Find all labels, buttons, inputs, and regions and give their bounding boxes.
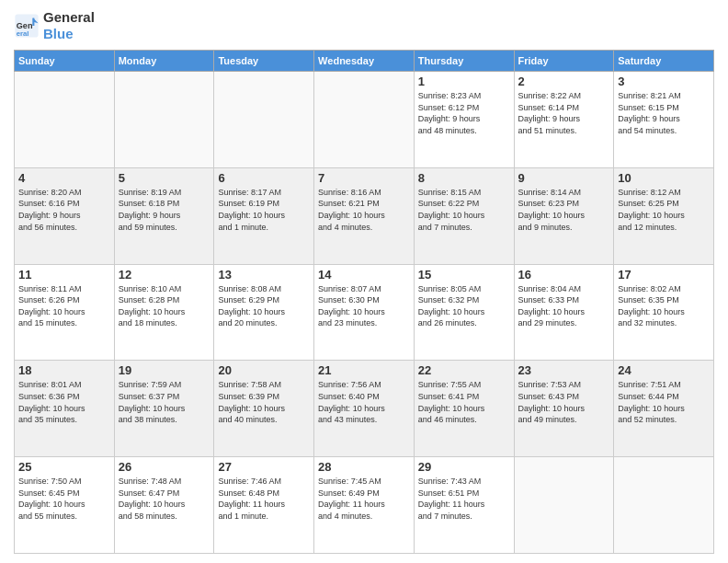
- svg-text:eral: eral: [17, 29, 29, 38]
- day-number: 18: [18, 363, 110, 377]
- day-number: 16: [518, 268, 610, 282]
- day-info: Sunrise: 8:14 AM Sunset: 6:23 PM Dayligh…: [518, 187, 610, 233]
- svg-rect-4: [32, 18, 34, 26]
- day-cell: 6Sunrise: 8:17 AM Sunset: 6:19 PM Daylig…: [214, 167, 314, 264]
- day-info: Sunrise: 8:10 AM Sunset: 6:28 PM Dayligh…: [119, 283, 210, 329]
- day-number: 27: [218, 460, 310, 474]
- week-row-2: 4Sunrise: 8:20 AM Sunset: 6:16 PM Daylig…: [15, 167, 714, 264]
- weekday-header-wednesday: Wednesday: [314, 51, 415, 72]
- day-number: 8: [418, 171, 510, 185]
- day-info: Sunrise: 7:43 AM Sunset: 6:51 PM Dayligh…: [418, 476, 510, 522]
- day-cell: 16Sunrise: 8:04 AM Sunset: 6:33 PM Dayli…: [514, 264, 614, 361]
- day-number: 25: [18, 460, 110, 474]
- header-row: SundayMondayTuesdayWednesdayThursdayFrid…: [15, 51, 714, 72]
- logo: Gen eral General Blue: [14, 9, 95, 42]
- day-info: Sunrise: 8:21 AM Sunset: 6:15 PM Dayligh…: [618, 90, 710, 136]
- day-cell: 11Sunrise: 8:11 AM Sunset: 6:26 PM Dayli…: [15, 264, 115, 361]
- week-row-3: 11Sunrise: 8:11 AM Sunset: 6:26 PM Dayli…: [15, 264, 714, 361]
- day-info: Sunrise: 8:05 AM Sunset: 6:32 PM Dayligh…: [418, 283, 510, 329]
- logo-icon: Gen eral: [14, 13, 40, 39]
- day-cell: 2Sunrise: 8:22 AM Sunset: 6:14 PM Daylig…: [514, 72, 614, 168]
- day-info: Sunrise: 7:46 AM Sunset: 6:48 PM Dayligh…: [218, 476, 310, 522]
- day-info: Sunrise: 7:56 AM Sunset: 6:40 PM Dayligh…: [318, 379, 410, 425]
- day-info: Sunrise: 7:59 AM Sunset: 6:37 PM Dayligh…: [119, 379, 210, 425]
- day-cell: 23Sunrise: 7:53 AM Sunset: 6:43 PM Dayli…: [514, 361, 614, 457]
- weekday-header-friday: Friday: [514, 51, 614, 72]
- day-info: Sunrise: 8:16 AM Sunset: 6:21 PM Dayligh…: [318, 187, 410, 233]
- day-number: 2: [518, 75, 610, 88]
- day-info: Sunrise: 8:01 AM Sunset: 6:36 PM Dayligh…: [18, 379, 110, 425]
- day-cell: 17Sunrise: 8:02 AM Sunset: 6:35 PM Dayli…: [614, 264, 714, 361]
- day-cell: 15Sunrise: 8:05 AM Sunset: 6:32 PM Dayli…: [414, 264, 514, 361]
- day-info: Sunrise: 8:11 AM Sunset: 6:26 PM Dayligh…: [18, 283, 110, 329]
- weekday-header-saturday: Saturday: [614, 51, 714, 72]
- day-cell: [15, 72, 115, 168]
- day-cell: 20Sunrise: 7:58 AM Sunset: 6:39 PM Dayli…: [214, 361, 314, 457]
- day-number: 20: [218, 363, 310, 377]
- day-cell: 14Sunrise: 8:07 AM Sunset: 6:30 PM Dayli…: [314, 264, 415, 361]
- day-cell: 4Sunrise: 8:20 AM Sunset: 6:16 PM Daylig…: [15, 167, 115, 264]
- day-info: Sunrise: 8:12 AM Sunset: 6:25 PM Dayligh…: [618, 187, 710, 233]
- day-cell: 7Sunrise: 8:16 AM Sunset: 6:21 PM Daylig…: [314, 167, 415, 264]
- day-cell: 18Sunrise: 8:01 AM Sunset: 6:36 PM Dayli…: [15, 361, 115, 457]
- header: Gen eral General Blue: [14, 9, 714, 42]
- logo-text: General Blue: [43, 9, 95, 42]
- day-cell: 5Sunrise: 8:19 AM Sunset: 6:18 PM Daylig…: [114, 167, 214, 264]
- day-number: 5: [119, 171, 210, 185]
- day-cell: 25Sunrise: 7:50 AM Sunset: 6:45 PM Dayli…: [15, 457, 115, 554]
- day-info: Sunrise: 7:51 AM Sunset: 6:44 PM Dayligh…: [618, 379, 710, 425]
- day-cell: 26Sunrise: 7:48 AM Sunset: 6:47 PM Dayli…: [114, 457, 214, 554]
- day-number: 6: [218, 171, 310, 185]
- day-info: Sunrise: 8:17 AM Sunset: 6:19 PM Dayligh…: [218, 187, 310, 233]
- weekday-header-monday: Monday: [114, 51, 214, 72]
- day-cell: 27Sunrise: 7:46 AM Sunset: 6:48 PM Dayli…: [214, 457, 314, 554]
- calendar-table: SundayMondayTuesdayWednesdayThursdayFrid…: [14, 50, 714, 554]
- day-number: 11: [18, 268, 110, 282]
- weekday-header-sunday: Sunday: [15, 51, 115, 72]
- day-info: Sunrise: 8:08 AM Sunset: 6:29 PM Dayligh…: [218, 283, 310, 329]
- day-cell: 9Sunrise: 8:14 AM Sunset: 6:23 PM Daylig…: [514, 167, 614, 264]
- day-cell: [214, 72, 314, 168]
- day-info: Sunrise: 7:50 AM Sunset: 6:45 PM Dayligh…: [18, 476, 110, 522]
- day-cell: 29Sunrise: 7:43 AM Sunset: 6:51 PM Dayli…: [414, 457, 514, 554]
- day-number: 22: [418, 363, 510, 377]
- day-info: Sunrise: 7:45 AM Sunset: 6:49 PM Dayligh…: [318, 476, 410, 522]
- day-number: 9: [518, 171, 610, 185]
- day-cell: 1Sunrise: 8:23 AM Sunset: 6:12 PM Daylig…: [414, 72, 514, 168]
- week-row-4: 18Sunrise: 8:01 AM Sunset: 6:36 PM Dayli…: [15, 361, 714, 457]
- weekday-header-tuesday: Tuesday: [214, 51, 314, 72]
- weekday-header-thursday: Thursday: [414, 51, 514, 72]
- day-number: 4: [18, 171, 110, 185]
- day-info: Sunrise: 8:23 AM Sunset: 6:12 PM Dayligh…: [418, 90, 510, 136]
- day-info: Sunrise: 8:07 AM Sunset: 6:30 PM Dayligh…: [318, 283, 410, 329]
- day-cell: 19Sunrise: 7:59 AM Sunset: 6:37 PM Dayli…: [114, 361, 214, 457]
- day-number: 19: [119, 363, 210, 377]
- day-info: Sunrise: 7:53 AM Sunset: 6:43 PM Dayligh…: [518, 379, 610, 425]
- day-info: Sunrise: 7:58 AM Sunset: 6:39 PM Dayligh…: [218, 379, 310, 425]
- day-info: Sunrise: 8:20 AM Sunset: 6:16 PM Dayligh…: [18, 187, 110, 233]
- day-number: 14: [318, 268, 410, 282]
- day-info: Sunrise: 8:04 AM Sunset: 6:33 PM Dayligh…: [518, 283, 610, 329]
- week-row-1: 1Sunrise: 8:23 AM Sunset: 6:12 PM Daylig…: [15, 72, 714, 168]
- day-number: 23: [518, 363, 610, 377]
- day-info: Sunrise: 7:48 AM Sunset: 6:47 PM Dayligh…: [119, 476, 210, 522]
- day-cell: 13Sunrise: 8:08 AM Sunset: 6:29 PM Dayli…: [214, 264, 314, 361]
- day-number: 15: [418, 268, 510, 282]
- day-cell: 3Sunrise: 8:21 AM Sunset: 6:15 PM Daylig…: [614, 72, 714, 168]
- day-cell: 21Sunrise: 7:56 AM Sunset: 6:40 PM Dayli…: [314, 361, 415, 457]
- day-number: 28: [318, 460, 410, 474]
- day-number: 21: [318, 363, 410, 377]
- day-cell: [614, 457, 714, 554]
- day-info: Sunrise: 8:02 AM Sunset: 6:35 PM Dayligh…: [618, 283, 710, 329]
- day-info: Sunrise: 7:55 AM Sunset: 6:41 PM Dayligh…: [418, 379, 510, 425]
- day-cell: 28Sunrise: 7:45 AM Sunset: 6:49 PM Dayli…: [314, 457, 415, 554]
- day-info: Sunrise: 8:19 AM Sunset: 6:18 PM Dayligh…: [119, 187, 210, 233]
- day-number: 12: [119, 268, 210, 282]
- day-cell: [114, 72, 214, 168]
- day-number: 13: [218, 268, 310, 282]
- day-cell: 12Sunrise: 8:10 AM Sunset: 6:28 PM Dayli…: [114, 264, 214, 361]
- day-number: 17: [618, 268, 710, 282]
- day-number: 1: [418, 75, 510, 88]
- day-info: Sunrise: 8:22 AM Sunset: 6:14 PM Dayligh…: [518, 90, 610, 136]
- day-cell: 24Sunrise: 7:51 AM Sunset: 6:44 PM Dayli…: [614, 361, 714, 457]
